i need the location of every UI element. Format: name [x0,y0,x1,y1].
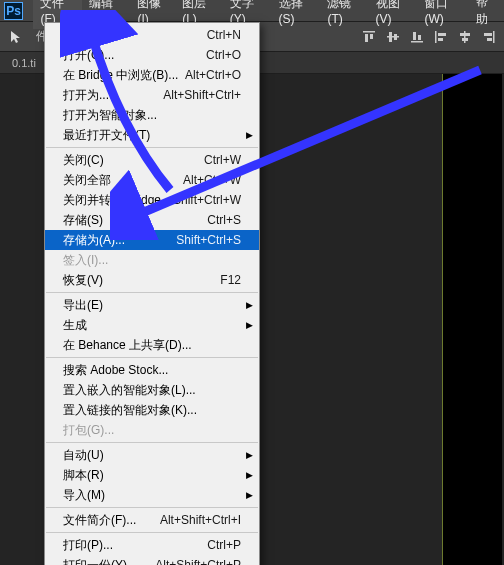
menu-item[interactable]: 打印(P)...Ctrl+P [45,535,259,555]
svg-rect-8 [418,35,421,40]
menu-item[interactable]: 新建Ctrl+N [45,25,259,45]
menu-select[interactable]: 选择(S) [272,0,321,29]
menu-item-shortcut: Alt+Shift+Ctrl+ [163,87,241,103]
menu-item-shortcut: Alt+Shift+Ctrl+P [155,557,241,565]
menu-item-label: 打开为... [63,87,109,103]
menu-item-label: 新建 [63,27,87,43]
menu-item: 打包(G)... [45,420,259,440]
menu-item[interactable]: 置入嵌入的智能对象(L)... [45,380,259,400]
menu-item[interactable]: 自动(U) [45,445,259,465]
menu-separator [46,532,258,533]
svg-rect-6 [411,41,423,43]
svg-rect-11 [438,38,443,41]
menu-item[interactable]: 打印一份(Y)Alt+Shift+Ctrl+P [45,555,259,565]
menu-item[interactable]: 打开为...Alt+Shift+Ctrl+ [45,85,259,105]
menu-item[interactable]: 关闭全部Alt+Ctrl+W [45,170,259,190]
menu-item[interactable]: 存储(S)Ctrl+S [45,210,259,230]
menu-item[interactable]: 生成 [45,315,259,335]
svg-rect-9 [435,31,437,43]
svg-rect-7 [413,32,416,40]
menu-item[interactable]: 导出(E) [45,295,259,315]
menu-separator [46,147,258,148]
menu-separator [46,357,258,358]
menu-item[interactable]: 恢复(V)F12 [45,270,259,290]
menu-item-label: 存储(S) [63,212,103,228]
menu-item-label: 恢复(V) [63,272,103,288]
menu-item[interactable]: 关闭并转到 BridgeShift+Ctrl+W [45,190,259,210]
svg-rect-14 [462,38,468,41]
menu-separator [46,442,258,443]
document-tab[interactable]: 0.1.ti [6,55,42,71]
menu-item[interactable]: 在 Bridge 中浏览(B)...Alt+Ctrl+O [45,65,259,85]
svg-rect-4 [389,32,392,42]
menu-item-shortcut: F12 [220,272,241,288]
svg-rect-15 [493,31,495,43]
svg-rect-5 [394,34,397,40]
menu-item-label: 自动(U) [63,447,104,463]
menu-separator [46,292,258,293]
menu-item-shortcut: Ctrl+O [206,47,241,63]
menu-item-label: 在 Behance 上共享(D)... [63,337,192,353]
menu-item[interactable]: 打开为智能对象... [45,105,259,125]
svg-rect-3 [387,36,399,38]
menu-item-shortcut: Shift+Ctrl+W [173,192,241,208]
menu-item[interactable]: 文件简介(F)...Alt+Shift+Ctrl+I [45,510,259,530]
menu-item-label: 生成 [63,317,87,333]
menu-item-label: 打开为智能对象... [63,107,157,123]
menu-item-shortcut: Alt+Shift+Ctrl+I [160,512,241,528]
menu-filter[interactable]: 滤镜(T) [320,0,368,29]
menu-item[interactable]: 关闭(C)Ctrl+W [45,150,259,170]
menu-item-shortcut: Ctrl+N [207,27,241,43]
svg-rect-16 [484,33,492,36]
menu-item-label: 打印(P)... [63,537,113,553]
align-bottom-icon[interactable] [408,28,426,46]
menu-item-shortcut: Ctrl+S [207,212,241,228]
menu-item-label: 在 Bridge 中浏览(B)... [63,67,178,83]
menu-item[interactable]: 脚本(R) [45,465,259,485]
menu-separator [46,507,258,508]
menu-item[interactable]: 导入(M) [45,485,259,505]
menu-item-label: 最近打开文件(T) [63,127,150,143]
menu-item[interactable]: 置入链接的智能对象(K)... [45,400,259,420]
menu-item-label: 导出(E) [63,297,103,313]
menu-item-shortcut: Ctrl+W [204,152,241,168]
menu-item-label: 文件简介(F)... [63,512,136,528]
menu-item[interactable]: 搜索 Adobe Stock... [45,360,259,380]
align-hcenter-icon[interactable] [456,28,474,46]
svg-rect-1 [365,34,368,42]
svg-rect-13 [460,33,470,36]
menu-item: 签入(I)... [45,250,259,270]
menu-item[interactable]: 在 Behance 上共享(D)... [45,335,259,355]
menu-item-shortcut: Alt+Ctrl+O [185,67,241,83]
menu-item-shortcut: Ctrl+P [207,537,241,553]
menu-item[interactable]: 存储为(A)...Shift+Ctrl+S [45,230,259,250]
menu-item-label: 关闭并转到 Bridge [63,192,161,208]
align-vcenter-icon[interactable] [384,28,402,46]
menu-item-label: 脚本(R) [63,467,104,483]
align-right-icon[interactable] [480,28,498,46]
document-edge [442,74,502,565]
app-logo: Ps [4,2,23,20]
svg-rect-17 [487,38,492,41]
menu-item-label: 签入(I)... [63,252,108,268]
menu-help[interactable]: 帮助 [469,0,504,31]
menu-item-label: 置入链接的智能对象(K)... [63,402,197,418]
menu-window[interactable]: 窗口(W) [417,0,469,29]
menu-item-label: 关闭(C) [63,152,104,168]
align-top-icon[interactable] [360,28,378,46]
menu-item-label: 打开(O)... [63,47,114,63]
move-tool-icon[interactable] [6,26,28,48]
menu-item-label: 导入(M) [63,487,105,503]
align-left-icon[interactable] [432,28,450,46]
svg-rect-0 [363,31,375,33]
menubar: Ps 文件(F) 编辑(E) 图像(I) 图层(L) 文字(Y) 选择(S) 滤… [0,0,504,22]
menu-item[interactable]: 最近打开文件(T) [45,125,259,145]
menu-view[interactable]: 视图(V) [369,0,418,29]
menu-item[interactable]: 打开(O)...Ctrl+O [45,45,259,65]
menu-item-label: 搜索 Adobe Stock... [63,362,168,378]
menu-item-label: 置入嵌入的智能对象(L)... [63,382,196,398]
svg-rect-2 [370,34,373,39]
file-menu-dropdown: 新建Ctrl+N打开(O)...Ctrl+O在 Bridge 中浏览(B)...… [44,22,260,565]
svg-rect-10 [438,33,446,36]
svg-rect-12 [464,31,466,43]
